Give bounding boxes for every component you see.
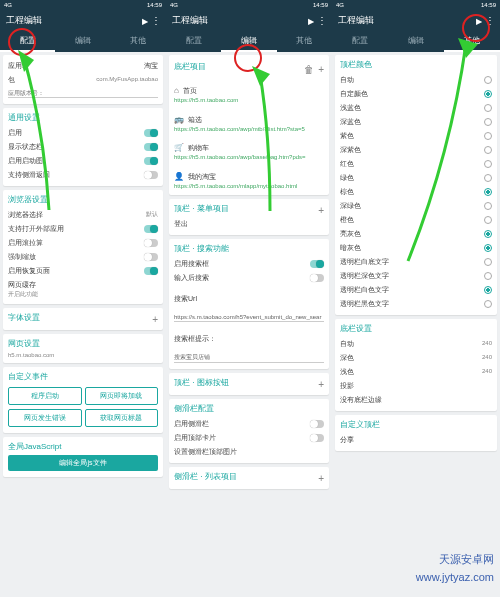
- section-events: 自定义事件: [8, 371, 158, 382]
- btn-app-start[interactable]: 程序启动: [8, 387, 82, 405]
- bus-icon: 🚌: [174, 115, 184, 124]
- enable-search-label: 启用搜索框: [174, 259, 310, 269]
- drawer-img-label[interactable]: 设置侧滑栏顶部图片: [174, 447, 324, 457]
- status-time: 14:59: [147, 2, 162, 8]
- status-bar-2: 4G 14:59: [166, 0, 332, 10]
- color-radio[interactable]: [484, 174, 492, 182]
- section-drawer: 侧滑栏配置: [174, 403, 324, 414]
- tab-other[interactable]: 其他: [111, 31, 166, 52]
- list-item[interactable]: 👤 我的淘宝https://h5.m.taobao.com/mlapp/myta…: [174, 163, 324, 192]
- zoom-toggle[interactable]: [144, 253, 158, 261]
- color-radio[interactable]: [484, 244, 492, 252]
- search-after-input-label: 输入后搜索: [174, 273, 310, 283]
- add-iconbtn-icon[interactable]: +: [318, 379, 324, 390]
- share-label[interactable]: 分享: [340, 435, 492, 445]
- section-topmenu: 顶栏 · 菜单项目: [174, 203, 229, 214]
- color-radio[interactable]: [484, 188, 492, 196]
- app-bar-2: 工程编辑 ▶ ⋮: [166, 10, 332, 31]
- section-bottom-items: 底栏项目: [174, 61, 206, 72]
- btn-get-title[interactable]: 获取网页标题: [85, 409, 159, 427]
- annotation-arrow: [250, 66, 290, 216]
- color-radio[interactable]: [484, 286, 492, 294]
- enable-search-toggle[interactable]: [310, 260, 324, 268]
- color-radio[interactable]: [484, 118, 492, 126]
- status-bar-3: 4G 14:59: [332, 0, 500, 10]
- browser-select-value[interactable]: 默认: [146, 211, 158, 218]
- enable-drawer-toggle[interactable]: [310, 420, 324, 428]
- annotation-arrow: [400, 36, 480, 266]
- btn-page-load[interactable]: 网页即将加载: [85, 387, 159, 405]
- svg-marker-1: [252, 66, 270, 86]
- more-icon[interactable]: ⋮: [151, 15, 160, 26]
- color-radio[interactable]: [484, 160, 492, 168]
- section-bottom-setting: 底栏设置: [340, 323, 492, 334]
- external-app-label: 支持打开外部应用: [8, 224, 144, 234]
- color-radio[interactable]: [484, 104, 492, 112]
- annotation-arrow: [14, 50, 64, 220]
- restore-label: 启用恢复页面: [8, 266, 144, 276]
- section-drawer-list: 侧滑栏 · 列表项目: [174, 471, 237, 482]
- restore-toggle[interactable]: [144, 267, 158, 275]
- search-url-input[interactable]: [174, 313, 324, 322]
- section-custom-topbar: 自定义顶栏: [340, 419, 492, 430]
- color-radio[interactable]: [484, 216, 492, 224]
- zoom-label: 强制缩放: [8, 252, 144, 262]
- app-name-value: 淘宝: [144, 61, 158, 71]
- search-after-input-toggle[interactable]: [310, 274, 324, 282]
- color-radio[interactable]: [484, 90, 492, 98]
- color-radio[interactable]: [484, 76, 492, 84]
- add-drawer-item-icon[interactable]: +: [318, 473, 324, 484]
- more-icon-2[interactable]: ⋮: [317, 15, 326, 26]
- play-icon[interactable]: ▶: [142, 17, 148, 26]
- menu-logout[interactable]: 登出: [174, 219, 324, 229]
- cache-sub: 开启此功能: [8, 291, 38, 297]
- color-radio[interactable]: [484, 258, 492, 266]
- search-url-label: 搜索Url: [174, 295, 197, 302]
- font-add-icon[interactable]: +: [152, 314, 158, 325]
- color-radio[interactable]: [484, 202, 492, 210]
- pull-toggle[interactable]: [144, 239, 158, 247]
- btn-page-error[interactable]: 网页发生错误: [8, 409, 82, 427]
- search-hint-label: 搜索框提示：: [174, 335, 216, 342]
- enable-drawer-label: 启用侧滑栏: [174, 419, 310, 429]
- color-radio[interactable]: [484, 146, 492, 154]
- user-icon: 👤: [174, 172, 184, 181]
- splash-toggle[interactable]: [144, 157, 158, 165]
- color-radio[interactable]: [484, 230, 492, 238]
- tab-config-2[interactable]: 配置: [166, 31, 221, 52]
- color-radio[interactable]: [484, 300, 492, 308]
- color-radio[interactable]: [484, 272, 492, 280]
- pane-edit: 4G 14:59 工程编辑 ▶ ⋮ 配置 编辑 其他 底栏项目🗑 + ⌂ 首页h…: [166, 0, 332, 597]
- section-search: 顶栏 · 搜索功能: [174, 243, 324, 254]
- package-value: com.MyFusApp.taobao: [96, 76, 158, 83]
- enable-toggle[interactable]: [144, 129, 158, 137]
- watermark-url: www.jytyaz.com: [416, 571, 494, 583]
- tab-other-2[interactable]: 其他: [277, 31, 332, 52]
- section-font: 字体设置: [8, 312, 40, 323]
- section-web: 网页设置: [8, 338, 158, 349]
- tab-edit[interactable]: 编辑: [55, 31, 110, 52]
- app-title: 工程编辑: [6, 14, 42, 27]
- add-menu-icon[interactable]: +: [318, 205, 324, 216]
- cache-label: 网页缓存: [8, 281, 36, 288]
- list-item[interactable]: 🚌 箱选https://h5.m.taobao.com/awp/mtb/olis…: [174, 106, 324, 135]
- delete-all-icon[interactable]: 🗑: [304, 64, 314, 75]
- list-item[interactable]: 🛒 购物车https://h5.m.taobao.com/awp/base/ba…: [174, 134, 324, 163]
- top-card-label: 启用顶部卡片: [174, 433, 310, 443]
- web-url: h5.m.taobao.com: [8, 352, 158, 359]
- svg-marker-0: [18, 50, 34, 72]
- swipe-toggle[interactable]: [144, 171, 158, 179]
- color-radio[interactable]: [484, 132, 492, 140]
- btn-edit-js[interactable]: 编辑全局js文件: [8, 455, 158, 471]
- search-hint-input[interactable]: [174, 354, 324, 363]
- top-card-toggle[interactable]: [310, 434, 324, 442]
- list-item[interactable]: ⌂ 首页https://h5.m.taobao.com: [174, 77, 324, 106]
- status-net: 4G: [4, 2, 12, 8]
- add-bottom-icon[interactable]: +: [318, 64, 324, 75]
- tab-config-3[interactable]: 配置: [332, 31, 388, 52]
- external-app-toggle[interactable]: [144, 225, 158, 233]
- statusbar-toggle[interactable]: [144, 143, 158, 151]
- cart-icon: 🛒: [174, 143, 184, 152]
- play-icon-2[interactable]: ▶: [308, 17, 314, 26]
- home-icon: ⌂: [174, 86, 179, 95]
